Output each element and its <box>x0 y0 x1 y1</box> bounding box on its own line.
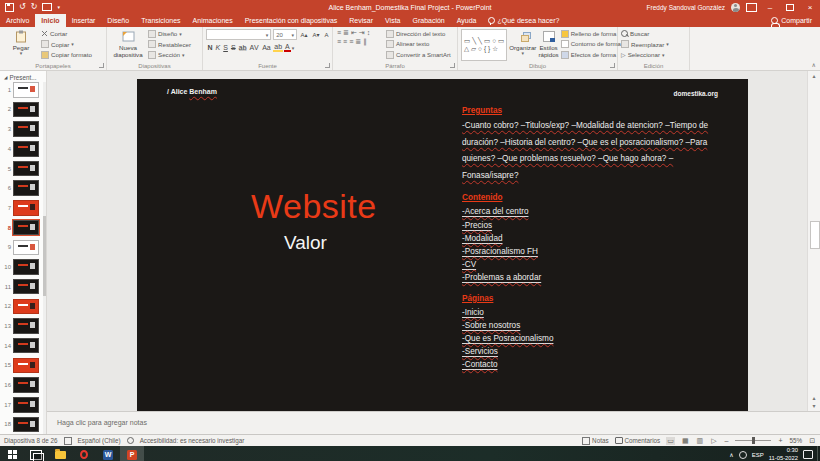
shape-icon[interactable]: ○ <box>478 46 482 53</box>
file-explorer-button[interactable] <box>48 446 72 461</box>
powerpoint-button[interactable]: P <box>120 446 144 461</box>
minimize-button[interactable]: – <box>763 1 777 13</box>
slide-thumbnail[interactable] <box>13 121 39 137</box>
slide-site-text[interactable]: domestika.org <box>674 90 718 97</box>
clear-format-icon[interactable]: A <box>323 32 330 38</box>
tray-chevron-icon[interactable]: ∧ <box>729 451 733 458</box>
tab-archivo[interactable]: Archivo <box>0 14 35 27</box>
shape-icon[interactable]: ☆ <box>492 46 498 53</box>
bold-button[interactable]: N <box>206 44 214 51</box>
slide-thumbnail[interactable] <box>13 279 39 295</box>
tab-transiciones[interactable]: Transiciones <box>135 14 186 27</box>
slide-text-line[interactable]: -Sobre nosotros <box>462 319 750 332</box>
tab-diseño[interactable]: Diseño <box>101 14 135 27</box>
shape-icon[interactable]: ▭ <box>484 38 490 45</box>
shape-icon[interactable]: ○ <box>492 38 496 45</box>
next-slide-icon[interactable]: ▾ <box>812 402 815 409</box>
slide-thumbnail[interactable] <box>13 200 39 216</box>
tab-inicio[interactable]: Inicio <box>35 14 65 27</box>
shape-icon[interactable]: ▭ <box>498 38 504 45</box>
start-presentation-icon[interactable] <box>42 3 52 11</box>
line-spacing-icon[interactable]: ↕ <box>366 29 372 37</box>
zoom-slider[interactable] <box>735 440 771 441</box>
slide-text-line[interactable]: -Que es Posracionalismo <box>462 332 750 345</box>
zoom-level[interactable]: 55% <box>790 437 803 444</box>
new-slide-button[interactable]: Nueva diapositiva <box>110 29 146 61</box>
slide-section-heading[interactable]: Contenido <box>462 193 750 202</box>
highlight-icon[interactable]: ab <box>273 43 283 52</box>
slide-thumbnail[interactable] <box>13 259 39 275</box>
collapse-ribbon-icon[interactable]: ∧ <box>812 61 816 68</box>
slide-text-line[interactable]: -Problemas a abordar <box>462 271 750 284</box>
slide-text-line[interactable]: -Contacto <box>462 358 750 371</box>
tray-app-icon[interactable] <box>739 451 747 459</box>
task-view-button[interactable] <box>24 446 48 461</box>
shape-icon[interactable]: ▭ <box>464 38 470 45</box>
underline-button[interactable]: S <box>222 44 230 51</box>
slide-text-line[interactable]: duración? –Historia del centro? –Que es … <box>462 135 750 152</box>
maximize-button[interactable] <box>783 1 797 13</box>
shape-icon[interactable]: △ <box>464 46 469 53</box>
slide-thumbnail[interactable] <box>13 82 39 98</box>
shrink-font-icon[interactable]: A▾ <box>311 31 321 38</box>
slide-text-line[interactable]: -Cuanto cobro? –Titulos/exp? –Modalidad … <box>462 118 750 135</box>
shape-effects-button[interactable]: Efectos de forma <box>561 50 621 60</box>
char-spacing-button[interactable]: AV <box>248 44 261 51</box>
tab-presentación-con-diapositivas[interactable]: Presentación con diapositivas <box>239 14 344 27</box>
align-text-button[interactable]: Alinear texto <box>386 40 451 50</box>
slide-thumbnail[interactable] <box>13 417 39 433</box>
slide-text-line[interactable]: -CV <box>462 258 750 271</box>
slide-title[interactable]: Website <box>251 187 377 226</box>
slide-thumbnail[interactable] <box>13 220 39 236</box>
dialog-launcher-icon[interactable] <box>325 63 330 68</box>
shape-icon[interactable]: ╲ <box>472 38 476 45</box>
slide-thumbnail[interactable] <box>13 318 39 334</box>
strikethrough-button[interactable]: S <box>229 44 237 51</box>
numbering-icon[interactable]: ≣ <box>342 29 350 37</box>
font-name-combo[interactable]: ▾ <box>206 29 271 40</box>
notes-toggle[interactable]: Notas <box>582 437 608 445</box>
font-color-icon[interactable]: A <box>284 43 291 52</box>
slide-thumbnail[interactable] <box>13 102 39 118</box>
thumbnail-scrollbar[interactable] <box>43 82 46 434</box>
copy-button[interactable]: Copiar ▾ <box>41 40 92 50</box>
font-size-combo[interactable]: 20 ▾ <box>273 29 297 40</box>
slide-text-line[interactable]: -Servicios <box>462 345 750 358</box>
slide-sorter-view-button[interactable]: ▦ <box>681 437 690 445</box>
smartart-button[interactable]: Convertir a SmartArt <box>386 50 451 60</box>
slide-thumbnail[interactable] <box>13 180 39 196</box>
spellcheck-icon[interactable] <box>64 437 72 445</box>
clock[interactable]: 0:30 11-05-2022 <box>769 447 798 461</box>
comments-toggle[interactable]: Comentarios <box>615 437 661 444</box>
redo-icon[interactable]: ↻ <box>31 3 38 11</box>
word-button[interactable]: W <box>96 446 120 461</box>
accessibility-status[interactable]: Accesibilidad: es necesario investigar <box>140 437 245 444</box>
select-button[interactable]: ▷ Seleccionar ▾ <box>621 50 669 60</box>
replace-button[interactable]: Reemplazar ▾ <box>621 40 669 50</box>
section-button[interactable]: Sección ▾ <box>148 50 191 60</box>
ribbon-display-options-icon[interactable] <box>746 3 757 12</box>
paste-button[interactable]: Pegar ▾ <box>3 29 39 61</box>
customize-qat-icon[interactable]: ▾ <box>57 4 60 10</box>
text-shadow-button[interactable]: ab <box>237 44 248 51</box>
tab-revisar[interactable]: Revisar <box>343 14 379 27</box>
slide-outline[interactable]: Preguntas-Cuanto cobro? –Titulos/exp? –M… <box>462 106 750 381</box>
zoom-in-button[interactable]: + <box>777 437 783 444</box>
dialog-launcher-icon[interactable] <box>99 63 104 68</box>
slide-credit-text[interactable]: / Alice Benham <box>167 88 217 95</box>
panel-header[interactable]: ◢ Present... <box>0 73 46 82</box>
slideshow-view-button[interactable]: ▷ <box>710 437 717 445</box>
quick-styles-button[interactable]: Estilos rápidos <box>538 29 558 61</box>
slide-thumbnail[interactable] <box>13 377 39 393</box>
tab-animaciones[interactable]: Animaciones <box>187 14 239 27</box>
avatar[interactable] <box>731 3 740 12</box>
slide-section-heading[interactable]: Preguntas <box>462 106 750 115</box>
layout-button[interactable]: Diseño ▾ <box>148 29 191 39</box>
zoom-out-button[interactable]: – <box>724 437 730 444</box>
shape-fill-button[interactable]: Relleno de forma <box>561 29 621 39</box>
shape-icon[interactable]: ▱ <box>471 46 476 53</box>
tab-grabación[interactable]: Grabación <box>406 14 450 27</box>
scrollbar-thumb[interactable] <box>810 221 820 249</box>
input-language-indicator[interactable]: ESP <box>752 452 764 458</box>
text-direction-button[interactable]: Dirección del texto <box>386 29 451 39</box>
